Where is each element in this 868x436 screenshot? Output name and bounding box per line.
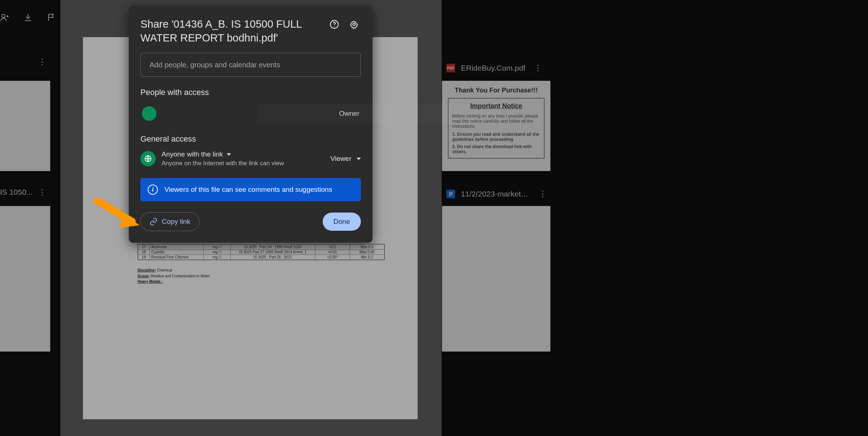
info-icon [148, 185, 158, 195]
owner-row: Owner [140, 104, 361, 123]
role-dropdown[interactable]: Viewer [330, 155, 361, 163]
people-with-access-label: People with access [140, 88, 361, 97]
link-scope-dropdown[interactable]: Anyone with the link [162, 150, 324, 158]
link-scope-sub: Anyone on the Internet with the link can… [162, 160, 324, 167]
globe-icon [140, 151, 156, 166]
copy-link-label: Copy link [162, 218, 190, 226]
role-label: Viewer [330, 155, 351, 163]
info-banner-text: Viewers of this file can see comments an… [164, 186, 332, 194]
general-access-label: General access [140, 134, 361, 144]
link-scope-label: Anyone with the link [162, 150, 223, 158]
help-button[interactable] [327, 17, 341, 31]
svg-point-6 [334, 26, 335, 27]
dialog-title: Share '01436 A_B. IS 10500 FULL WATER RE… [140, 17, 322, 45]
chevron-down-icon [227, 153, 231, 156]
svg-point-7 [353, 23, 355, 26]
owner-avatar [142, 106, 156, 121]
share-dialog: Share '01436 A_B. IS 10500 FULL WATER RE… [129, 6, 373, 243]
chevron-down-icon [357, 158, 361, 160]
info-banner: Viewers of this file can see comments an… [140, 178, 361, 201]
link-icon [150, 218, 158, 226]
add-people-input[interactable] [140, 53, 361, 77]
owner-role-label: Owner [339, 110, 359, 118]
settings-button[interactable] [347, 17, 361, 31]
copy-link-button[interactable]: Copy link [140, 212, 199, 231]
done-button[interactable]: Done [323, 213, 361, 231]
